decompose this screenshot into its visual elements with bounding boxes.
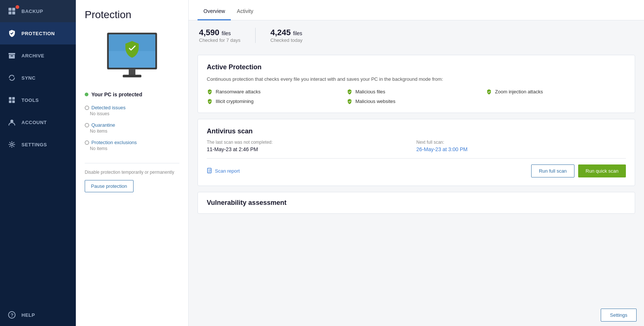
- scan-actions: Scan report Run full scan Run quick scan: [207, 164, 626, 177]
- quarantine-group: Quarantine No items: [85, 122, 179, 134]
- disable-text: Disable protection temporarily or perman…: [85, 169, 179, 176]
- tab-activity[interactable]: Activity: [231, 2, 259, 20]
- sidebar-item-tools-label: TOOLS: [21, 97, 39, 103]
- last-scan-label: The last scan was not completed:: [207, 140, 417, 145]
- right-panel: Overview Activity 4,590 files Checked fo…: [189, 0, 644, 326]
- sidebar-item-tools[interactable]: TOOLS: [0, 89, 76, 111]
- exclusions-sub: No items: [85, 146, 179, 151]
- stats-row: 4,590 files Checked for 7 days 4,245 fil…: [198, 28, 635, 49]
- svg-text:?: ?: [11, 312, 14, 318]
- sidebar-item-protection-label: PROTECTION: [21, 31, 55, 36]
- account-icon: [7, 118, 16, 127]
- tabs-bar: Overview Activity: [189, 0, 644, 20]
- stat-today: 4,245 files Checked today: [255, 28, 317, 43]
- sidebar-item-sync[interactable]: SYNC: [0, 67, 76, 89]
- scan-info: The last scan was not completed: 11-May-…: [207, 140, 626, 152]
- vulnerability-title: Vulnerability assessment: [207, 199, 626, 207]
- report-icon: [207, 168, 213, 174]
- svg-rect-5: [9, 55, 15, 59]
- sidebar-item-settings-label: SETTINGS: [21, 142, 47, 147]
- stat-today-value: 4,245 files: [270, 28, 303, 37]
- sidebar-item-archive-label: ARCHIVE: [21, 53, 44, 59]
- main-content: Protection: [76, 0, 644, 326]
- scan-report-label: Scan report: [215, 168, 240, 174]
- active-protection-desc: Continuous protection that checks every …: [207, 76, 626, 83]
- shield-icon-crypto: [207, 99, 213, 104]
- svg-rect-7: [9, 97, 11, 100]
- exclusions-link[interactable]: Protection exclusions: [85, 140, 179, 145]
- tools-icon: [7, 96, 16, 104]
- sync-icon: [7, 73, 16, 82]
- next-scan-value: 26-May-23 at 3:00 PM: [417, 146, 626, 152]
- stat-7days: 4,590 files Checked for 7 days: [199, 28, 255, 43]
- run-full-scan-button[interactable]: Run full scan: [531, 164, 574, 177]
- svg-rect-1: [12, 8, 15, 11]
- svg-rect-6: [11, 56, 13, 56]
- pause-protection-button[interactable]: Pause protection: [85, 180, 134, 192]
- detected-issues-link[interactable]: Detected issues: [85, 105, 179, 110]
- status-text: Your PC is protected: [91, 92, 142, 97]
- sidebar-item-sync-label: SYNC: [21, 75, 36, 81]
- sidebar-item-help[interactable]: ? HELP: [0, 304, 76, 326]
- scan-buttons: Run full scan Run quick scan: [531, 164, 626, 177]
- quarantine-sub: No items: [85, 129, 179, 134]
- exclusions-group: Protection exclusions No items: [85, 140, 179, 151]
- protection-links: Detected issues No issues Quarantine No …: [85, 105, 179, 151]
- feature-malicious-websites: Malicious websites: [347, 99, 486, 104]
- content-area: 4,590 files Checked for 7 days 4,245 fil…: [189, 20, 644, 326]
- shield-icon-malicious-files: [347, 89, 353, 95]
- sidebar-item-account[interactable]: ACCOUNT: [0, 111, 76, 133]
- next-scan-col: Next full scan: 26-May-23 at 3:00 PM: [417, 140, 626, 152]
- monitor-illustration: [85, 28, 179, 86]
- svg-rect-9: [9, 100, 11, 103]
- next-scan-label: Next full scan:: [417, 140, 626, 145]
- last-scan-value: 11-May-23 at 2:46 PM: [207, 146, 417, 152]
- sidebar-item-archive[interactable]: ARCHIVE: [0, 44, 76, 67]
- svg-rect-19: [123, 75, 141, 77]
- stat-7days-label: Checked for 7 days: [199, 37, 240, 43]
- shield-icon-zoom: [486, 89, 492, 95]
- detected-issues-group: Detected issues No issues: [85, 105, 179, 116]
- svg-point-12: [11, 143, 13, 146]
- protection-icon: [7, 29, 16, 38]
- sidebar: BACKUP PROTECTION ARCHIVE: [0, 0, 76, 326]
- svg-rect-18: [129, 69, 135, 75]
- bottom-bar: Settings: [593, 304, 644, 326]
- svg-rect-3: [12, 11, 15, 14]
- shield-icon-websites: [347, 99, 353, 104]
- middle-panel: Protection: [76, 0, 189, 326]
- active-protection-card: Active Protection Continuous protection …: [198, 55, 635, 113]
- sidebar-item-help-label: HELP: [21, 312, 35, 318]
- svg-rect-0: [9, 8, 11, 11]
- stat-today-label: Checked today: [270, 37, 303, 43]
- feature-cryptomining: Illicit cryptomining: [207, 99, 347, 104]
- page-title: Protection: [85, 9, 179, 21]
- settings-gear-icon: [7, 140, 16, 149]
- scan-divider: [207, 158, 626, 159]
- scan-report-link[interactable]: Scan report: [207, 168, 240, 174]
- settings-button[interactable]: Settings: [601, 309, 637, 322]
- last-scan-col: The last scan was not completed: 11-May-…: [207, 140, 417, 152]
- sidebar-item-protection[interactable]: PROTECTION: [0, 22, 76, 44]
- backup-badge: [16, 5, 19, 9]
- sidebar-item-settings[interactable]: SETTINGS: [0, 133, 76, 156]
- protection-features: Ransomware attacks Malicious files: [207, 89, 626, 104]
- antivirus-scan-card: Antivirus scan The last scan was not com…: [198, 119, 635, 186]
- svg-rect-8: [12, 97, 15, 100]
- shield-icon-ransomware: [207, 89, 213, 95]
- detected-issues-sub: No issues: [85, 111, 179, 116]
- help-icon: ?: [7, 310, 16, 319]
- quarantine-link[interactable]: Quarantine: [85, 122, 179, 128]
- status-dot: [85, 93, 88, 96]
- antivirus-scan-title: Antivirus scan: [207, 127, 626, 135]
- backup-icon: [7, 7, 16, 16]
- feature-ransomware: Ransomware attacks: [207, 89, 347, 95]
- divider: [85, 163, 179, 163]
- sidebar-item-backup[interactable]: BACKUP: [0, 0, 76, 22]
- svg-point-11: [10, 120, 13, 123]
- sidebar-item-account-label: ACCOUNT: [21, 120, 47, 125]
- tab-overview[interactable]: Overview: [198, 2, 231, 20]
- run-quick-scan-button[interactable]: Run quick scan: [578, 164, 626, 177]
- protection-status: Your PC is protected: [85, 92, 179, 97]
- archive-icon: [7, 51, 16, 60]
